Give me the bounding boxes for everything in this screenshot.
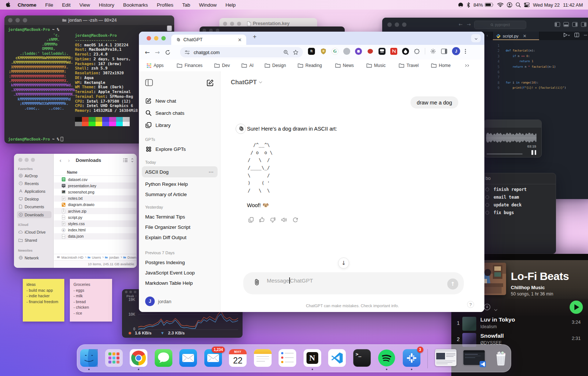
sidebar-item-explore-gpts[interactable]: Explore GPTs <box>142 143 218 155</box>
bookmark-folder-music[interactable]: Music <box>366 63 386 68</box>
chat-item[interactable]: Postgres Indexing <box>142 257 218 268</box>
vscode-split-editor-icon[interactable] <box>574 33 579 37</box>
sidebar-item-shared[interactable]: Shared <box>17 237 51 244</box>
sidebar-item-icloud-drive[interactable]: iCloud Drive <box>17 228 51 235</box>
vscode-tab-scriptpy[interactable]: script.py ✕ <box>492 32 539 40</box>
control-center-icon[interactable] <box>524 3 530 7</box>
forward-icon[interactable]: › <box>68 157 70 163</box>
bookmark-apps[interactable]: Apps <box>147 63 164 68</box>
extension-ft-icon[interactable]: ft <box>308 48 315 55</box>
site-settings-icon[interactable] <box>184 50 190 55</box>
regenerate-icon[interactable] <box>293 217 298 223</box>
menu-item-window[interactable]: Window <box>194 2 221 8</box>
menu-item-file[interactable]: File <box>41 2 58 8</box>
bookmark-folder-ai[interactable]: AI <box>241 63 253 68</box>
checkbox-circle-icon[interactable] <box>485 211 489 214</box>
menu-item-view[interactable]: View <box>75 2 94 8</box>
widget-traffic-lights[interactable] <box>125 291 136 293</box>
checkbox-circle-icon[interactable] <box>485 195 489 199</box>
vscode-more-actions-icon[interactable]: ⋯ <box>584 33 588 37</box>
dock-terminal-icon[interactable]: >_ <box>353 349 371 367</box>
path-segment[interactable]: Down <box>128 255 136 259</box>
reload-icon[interactable] <box>165 50 171 55</box>
todo-item[interactable]: email team <box>485 195 519 200</box>
sidebar-user[interactable]: J jordan <box>145 297 171 306</box>
menu-item-profiles[interactable]: Profiles <box>153 2 178 8</box>
dock-mail-icon[interactable] <box>179 349 197 367</box>
vscode-nav-forward-icon[interactable]: → <box>467 22 471 27</box>
vscode-layout-panel-icon[interactable] <box>563 22 569 27</box>
file-row[interactable]: screenshot.png <box>54 189 136 195</box>
thumbs-up-icon[interactable] <box>259 217 265 223</box>
vscode-command-center[interactable]: pyproject <box>474 21 526 29</box>
sidebar-item-airdrop[interactable]: AirDrop <box>17 172 51 179</box>
todo-item[interactable]: update deck <box>485 202 521 207</box>
track-title[interactable]: Luv in Tokyo <box>480 316 515 323</box>
dock-reminders-icon[interactable] <box>279 349 296 367</box>
finder-traffic-lights[interactable] <box>18 158 35 162</box>
extension-drop-icon[interactable] <box>402 48 409 55</box>
extension-red-n-icon[interactable] <box>390 48 397 55</box>
file-row[interactable]: styles.css <box>54 220 136 227</box>
chat-options-icon[interactable]: ⋯ <box>209 169 214 175</box>
file-row[interactable]: archive.zip <box>54 208 136 214</box>
model-selector[interactable]: ChatGPT <box>231 79 262 86</box>
search-icon[interactable] <box>516 2 521 7</box>
download-icon[interactable] <box>484 304 491 311</box>
chat-item[interactable]: Python Regex Help <box>142 178 218 189</box>
vscode-nav-back-icon[interactable]: ← <box>459 22 463 27</box>
checkbox-circle-icon[interactable] <box>485 188 489 191</box>
dock-launchpad-icon[interactable] <box>105 349 123 367</box>
copy-icon[interactable] <box>248 217 254 223</box>
wifi-icon[interactable] <box>497 3 503 7</box>
dock-minimized-editor[interactable] <box>463 349 485 367</box>
sidebar-item-recents[interactable]: Recents <box>17 180 51 187</box>
tab-search-chevron-icon[interactable] <box>471 34 481 42</box>
dock-slack-icon[interactable]: 3 <box>403 349 420 367</box>
pause-button[interactable] <box>531 150 536 155</box>
file-row[interactable]: diagram.drawio <box>54 202 136 208</box>
track-artist[interactable]: Idealism <box>480 324 497 329</box>
extension-grammarly-icon[interactable]: G <box>331 48 338 55</box>
todo-item[interactable]: fix bugs <box>485 210 514 215</box>
menu-date[interactable]: Wed May 22 <box>533 2 560 8</box>
extension-shield-icon[interactable] <box>320 48 327 55</box>
back-icon[interactable]: ‹ <box>60 157 61 163</box>
extensions-puzzle-icon[interactable] <box>414 48 420 54</box>
bookmark-folder-reading[interactable]: Reading <box>298 63 322 68</box>
tab-close-icon[interactable]: ✕ <box>238 37 242 43</box>
dock-vscode-icon[interactable] <box>328 349 346 367</box>
file-row[interactable]: data.json <box>54 233 136 240</box>
dock-calendar-icon[interactable]: MAY 22 <box>229 349 247 367</box>
finder-window[interactable]: Favorites AirDrop Recents Applications D… <box>14 154 137 268</box>
menu-item-bookmarks[interactable]: Bookmarks <box>119 2 153 8</box>
sidebar-item-library[interactable]: Library <box>142 120 218 131</box>
scroll-to-bottom-button[interactable]: ↓ <box>338 258 349 269</box>
chat-item[interactable]: Summary of Article <box>142 189 218 200</box>
menu-time[interactable]: 11:42 AM <box>563 2 583 8</box>
extension-red-blob-icon[interactable] <box>367 48 374 55</box>
progress-bar[interactable] <box>487 153 523 155</box>
dock-notes-icon[interactable] <box>254 349 272 367</box>
dock-notion-icon[interactable]: N <box>304 349 321 367</box>
chat-item[interactable]: JavaScript Event Loop <box>142 267 218 278</box>
url-text[interactable]: chatgpt.com <box>194 50 220 55</box>
sidebar-toggle-icon[interactable] <box>145 79 153 86</box>
audio-player-window[interactable]: 03:15 <box>484 120 542 157</box>
terminal-traffic-lights[interactable] <box>8 18 27 22</box>
chrome-tab-chatgpt[interactable]: ChatGPT ✕ <box>171 35 246 45</box>
dock-mail-unread-icon[interactable]: 1,234 <box>204 349 222 367</box>
apple-menu-icon[interactable] <box>0 2 14 8</box>
search-icon[interactable] <box>283 50 288 55</box>
vscode-run-icon[interactable] <box>563 33 570 37</box>
attach-icon[interactable] <box>254 279 260 286</box>
chat-item[interactable]: File Organizer Script <box>142 221 218 233</box>
bookmark-folder-finances[interactable]: Finances <box>177 63 202 68</box>
file-row[interactable]: dataset.csv <box>54 176 136 182</box>
user-circle-icon[interactable] <box>507 2 512 8</box>
play-button[interactable] <box>570 301 583 314</box>
read-aloud-icon[interactable] <box>281 217 287 223</box>
menu-app-name[interactable]: Chrome <box>14 2 41 8</box>
message-input[interactable]: Message ChatGPT ↑ <box>243 272 464 294</box>
sidebar-item-applications[interactable]: Applications <box>17 188 51 195</box>
